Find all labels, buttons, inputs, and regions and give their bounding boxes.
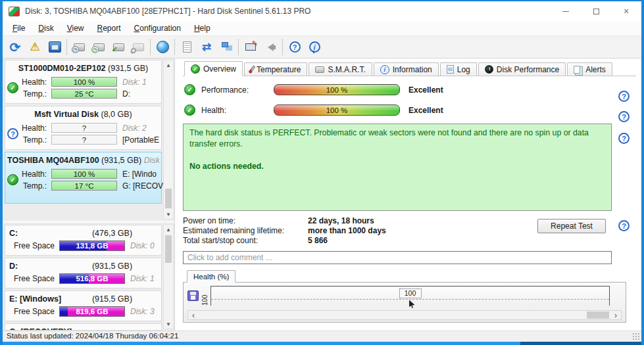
health-label: Health: [201,106,274,115]
disk-card-toshiba-selected[interactable]: TOSHIBA MQ04ABF100 (931,5 GB) Disk: ✓ He… [5,152,162,204]
disk-extended-test-button[interactable]: ◷ [89,38,109,57]
scroll-left-icon[interactable]: ‹ [188,311,199,319]
minimize-icon [562,11,569,12]
help-button[interactable]: ? [285,38,305,57]
scrollbar-thumb[interactable] [165,235,172,263]
app-logo-icon [9,7,20,16]
partition-card-d[interactable]: D: (931,5 GB) Free Space 516,8 GB Disk: … [5,258,162,288]
maximize-button[interactable] [581,1,611,21]
scrollbar-thumb[interactable] [587,311,609,319]
free-space-bar: 131,8 GB [59,241,125,251]
disk-number: Disk: 1 [130,274,155,283]
sync-button[interactable]: ⇄ [197,38,216,57]
health-100-line [211,299,609,300]
disk-monitor-button[interactable] [45,38,64,57]
sound-button[interactable] [260,38,280,57]
health-plot-area[interactable]: 100 [211,286,610,306]
menu-view[interactable]: View [61,22,91,34]
tab-overview[interactable]: ✓Overview [184,61,243,76]
y-axis-tick: 100 [201,286,209,306]
free-space-bar: 819,6 GB [59,306,125,317]
partition-card-c[interactable]: C: (476,3 GB) Free Space 131,8 GB Disk: … [5,225,162,256]
health-bar: 100 % [51,77,117,87]
health-bar: 100 % [51,169,117,179]
partition-list-scrollbar[interactable]: ▲ ▼ [163,224,174,329]
drive-letter: E: [Windo [122,170,164,179]
minimize-button[interactable] [551,1,581,21]
tab-disk-performance[interactable]: Disk Performance [478,62,566,76]
data-point-tooltip: 100 [399,288,422,298]
temp-bar: ? [51,135,117,145]
health-help-icon[interactable]: ? [618,111,630,122]
toolbar: ⟳ ⚠ ◷ ◷ ✓ ⇄ ✎ ? i [3,35,641,58]
disk-list-scrollbar[interactable]: ▲ ▼ [163,60,174,219]
status-help-icon[interactable]: ? [618,133,630,144]
disk-short-test-button[interactable]: ◷ [69,38,89,57]
temp-label: Temp.: [18,89,51,99]
menu-help[interactable]: Help [187,22,217,34]
report-button[interactable] [177,38,197,57]
save-graph-icon[interactable] [187,290,199,301]
menu-disk[interactable]: Disk [32,22,60,34]
drive-letter: D: [122,89,164,99]
check-icon: ✓ [191,64,200,74]
thermometer-icon [248,65,255,74]
disk-clock2-icon: ◷ [93,43,105,51]
temp-bar: 25 °C [51,89,117,99]
tab-log[interactable]: Log [440,62,477,76]
menu-file[interactable]: File [6,22,32,34]
refresh-button[interactable]: ⟳ [5,38,25,57]
toolbar-separator [238,39,239,55]
repeat-test-button[interactable]: Repeat Test [537,219,606,233]
disk-title: Msft Virtual Disk (8,0 GB) [7,107,159,121]
tab-temperature[interactable]: Temperature [244,62,307,76]
performance-bar: 100 % [274,84,400,95]
menu-configuration[interactable]: Configuration [128,22,187,34]
temp-label: Temp.: [18,135,51,145]
scroll-down-icon[interactable]: ▼ [164,210,173,219]
status-alert-button[interactable]: ⚠ [25,38,45,57]
remote-monitor-button[interactable]: ✎ [241,38,260,57]
warning-icon: ⚠ [30,41,39,53]
scrollbar-thumb[interactable] [165,189,172,208]
free-space-label: Free Space [9,307,59,316]
info-button[interactable]: i [305,38,324,57]
graph-tab-health[interactable]: Health (%) [187,270,235,283]
graph-horizontal-scrollbar[interactable]: ‹ › [187,310,622,320]
health-rating: Excellent [409,106,443,115]
disk-test-ok-button[interactable]: ✓ [109,38,128,57]
disk-magnifier-icon [133,43,144,51]
health-bar: 100 % [274,104,400,116]
partition-card-clipped[interactable]: G: [RECOVERY] [5,323,162,331]
menu-report[interactable]: Report [91,22,128,34]
repeat-test-help-icon[interactable]: ? [618,220,630,231]
speaker-icon [268,43,274,51]
free-space-bar: 516,8 GB [59,273,125,284]
mouse-cursor-icon [409,300,415,308]
tab-information[interactable]: iInformation [374,62,439,76]
scroll-up-icon[interactable]: ▲ [164,225,173,234]
scroll-up-icon[interactable]: ▲ [164,60,173,70]
health-label: Health: [18,124,51,133]
status-text: The hard disk status is PERFECT. Problem… [189,127,605,150]
resize-grip[interactable] [632,333,641,341]
scroll-down-icon[interactable]: ▼ [164,319,173,329]
network-globe-button[interactable] [153,38,172,57]
health-label: Health: [18,170,51,179]
sync-arrows-icon: ⇄ [202,40,211,54]
drive-letter: G: [RECOV [122,181,164,191]
temp-label: Temp.: [18,181,51,191]
tab-smart[interactable]: S.M.A.R.T. [309,62,372,76]
partition-size: (476,3 GB) [67,229,157,238]
disk-surface-test-button[interactable] [128,38,148,57]
status-bar-text: Status last updated: 2024/04/18 Thursday… [7,332,178,340]
partition-card-e[interactable]: E: [Windows] (915,5 GB) Free Space 819,6… [5,290,162,321]
tab-alerts[interactable]: Alerts [567,62,612,76]
close-button[interactable]: × [611,1,641,21]
performance-help-icon[interactable]: ? [618,91,630,102]
disk-card-msft-virtual[interactable]: Msft Virtual Disk (8,0 GB) ? Health: ? D… [5,106,162,150]
comment-input[interactable] [183,251,612,264]
scroll-right-icon[interactable]: › [610,311,621,319]
disk-card-st1000[interactable]: ST1000DM010-2EP102 (931,5 GB) ✓ Health: … [5,60,162,104]
network-computers-button[interactable] [216,38,236,57]
